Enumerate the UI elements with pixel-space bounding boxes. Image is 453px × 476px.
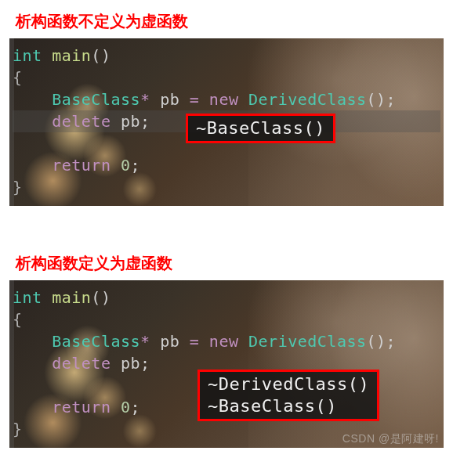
code-line: } — [13, 176, 440, 198]
code-line: return 0; — [13, 154, 440, 176]
code-line: { — [13, 67, 440, 88]
watermark: CSDN @是阿建呀! — [342, 432, 439, 446]
code-content-2: int main() { BaseClass* pb = new Derived… — [9, 280, 444, 446]
output-line: ~BaseClass() — [196, 117, 325, 139]
code-block-1: int main() { BaseClass* pb = new Derived… — [9, 38, 444, 206]
code-line: BaseClass* pb = new DerivedClass(); — [13, 88, 440, 110]
output-line: ~DerivedClass() — [208, 373, 369, 395]
section-not-virtual: 析构函数不定义为虚函数 int main() { BaseClass* pb =… — [0, 3, 453, 206]
code-line: int main() — [13, 287, 440, 308]
code-line: int main() — [13, 45, 440, 67]
section-virtual: 析构函数定义为虚函数 int main() { BaseClass* pb = … — [0, 245, 453, 448]
output-box-1: ~BaseClass() — [186, 114, 335, 143]
output-box-2: ~DerivedClass() ~BaseClass() — [198, 370, 379, 421]
heading-virtual: 析构函数定义为虚函数 — [0, 245, 453, 280]
code-block-2: int main() { BaseClass* pb = new Derived… — [9, 280, 444, 448]
code-line: { — [13, 308, 440, 330]
heading-not-virtual: 析构函数不定义为虚函数 — [0, 3, 453, 38]
code-line: BaseClass* pb = new DerivedClass(); — [13, 330, 440, 352]
output-line: ~BaseClass() — [208, 395, 369, 417]
